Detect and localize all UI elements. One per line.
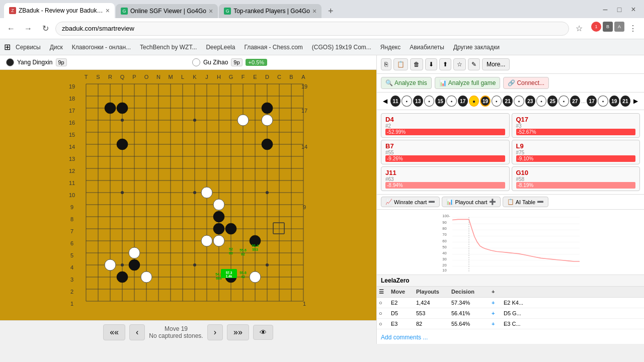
suggestion-b7[interactable]: B7 #55 -9.26% [381,140,510,164]
move-11[interactable]: 11 [390,96,400,107]
bookmark-techbench[interactable]: TechBench by WZT... [136,42,201,53]
tab-go4go[interactable]: G Online SGF Viewer | Go4Go × [116,4,218,18]
connect-button[interactable]: 🔗 Connect... [503,77,549,89]
move-19[interactable]: 19 [480,96,491,107]
last-move-button[interactable]: »» [227,324,249,340]
coord-label: Q [120,74,125,80]
tab-go4go-close[interactable]: × [209,7,213,15]
more-button[interactable]: ⋮ [626,22,640,36]
suggestion-d4[interactable]: D4 #2 -52.99% [381,113,510,138]
table-row-d5[interactable]: ○ D5 553 56.41% + D5 G... [377,308,644,319]
move-14[interactable]: ▪ [424,96,434,107]
move-17r[interactable]: 17 [587,96,597,107]
playout-chart-tab[interactable]: 📊 Playout chart ➕ [442,197,500,207]
move-12[interactable]: ▪ [401,96,412,107]
move-15[interactable]: 15 [435,96,445,107]
suggestion-g10[interactable]: G10 #58 -8.19% [512,166,640,191]
table-row-e2[interactable]: ○ E2 1,424 57.34% + E2 K4... [377,298,644,308]
close-button[interactable]: × [627,3,640,16]
bookmark-button[interactable]: ☆ [572,22,586,36]
back-button[interactable]: ← [4,22,18,36]
row-e3-check[interactable]: ○ [377,319,389,329]
winrate-chart-tab[interactable]: 📈 Winrate chart ➖ [381,197,440,207]
maximize-button[interactable]: □ [613,3,626,16]
more-tool-button[interactable]: More... [482,58,510,70]
aitab-collapse-btn[interactable]: ➖ [537,199,544,205]
analyze-icon: 🔍 [385,79,393,86]
move-24[interactable]: ▪ [536,96,546,107]
move-20[interactable]: ▪ [492,96,502,107]
row-e2-plus[interactable]: + [490,298,502,308]
copy-tool-button[interactable]: ⎘ [381,58,391,70]
suggestion-q17[interactable]: Q17 #3 -52.67% [512,113,640,138]
minimize-button[interactable]: – [599,3,612,16]
row-d5-check[interactable]: ○ [377,308,389,318]
row-d5-plus[interactable]: + [490,308,502,318]
row-e3-plus[interactable]: + [490,319,502,329]
move-label-1: 52 [229,247,233,251]
bookmark-servisy[interactable]: Сервисы [12,42,45,53]
svg-point-58 [129,259,140,270]
tab-zbaduk-close[interactable]: × [106,7,110,15]
suggestion-l9[interactable]: L9 #75 -9.10% [512,140,640,164]
bookmark-deepleela[interactable]: DeepLeela [202,42,239,53]
move-21r[interactable]: 21 [620,96,630,107]
forward-button[interactable]: → [21,22,35,36]
bookmark-klavogonki[interactable]: Клавогонки - онлан... [68,42,135,53]
tab-top-players[interactable]: G Top-ranked Players | Go4Go × [219,4,321,18]
suggestion-j11[interactable]: J11 #63 -8.94% [381,166,510,191]
apps-icon[interactable]: ⊞ [4,42,11,52]
black-player-info: Yang Dingxin 9p [6,58,184,66]
bookmark-other[interactable]: Другие закладки [449,42,504,53]
row-e2-check[interactable]: ○ [377,298,389,308]
move-21[interactable]: 21 [503,96,513,107]
ai-table-tab[interactable]: 📋 AI Table ➖ [503,197,549,207]
tab-zbaduk[interactable]: Z ZBaduk - Review your Baduk ga... × [4,3,115,18]
move-27[interactable]: 27 [570,96,580,107]
next-move-button[interactable]: › [207,324,223,340]
move-26[interactable]: ▪ [558,96,569,107]
bookmark-chess[interactable]: Главная - Chess.com [240,42,306,53]
add-comments[interactable]: Add comments ... [377,331,644,344]
analyze-this-button[interactable]: 🔍 Analyze this [381,77,432,89]
edit-tool-button[interactable]: ✎ [468,58,480,70]
move-23[interactable]: 23 [525,96,535,107]
ai-table-section: ☰ Move Playouts Decision + ○ E2 1,424 57… [377,287,644,344]
move-18r[interactable]: ▪ [598,96,608,107]
svg-point-46 [266,263,269,266]
move-13[interactable]: 13 [413,96,423,107]
download-tool-button[interactable]: ⬇ [425,58,437,70]
move-17[interactable]: 17 [458,96,468,107]
reload-button[interactable]: ↻ [38,22,52,36]
move-22[interactable]: ▪ [514,96,524,107]
coord-label: 3 [70,277,73,283]
new-tab-button[interactable]: + [324,4,338,18]
bookmark-cgos[interactable]: (CGOS) 19x19 Com... [308,42,375,53]
move-16[interactable]: ▪ [446,96,456,107]
row-e3-decision: 55.64% [449,319,490,329]
move-18[interactable]: ● [469,96,479,107]
extension-icon-2: A [614,22,624,32]
y-label-70: 70 [442,232,447,237]
seq-right-arrow[interactable]: ▶ [631,96,640,107]
bookmark-yandex[interactable]: Яндекс [376,42,405,53]
bookmark-disk[interactable]: Диск [46,42,67,53]
eye-button[interactable]: 👁 [253,325,273,340]
move-25[interactable]: 25 [547,96,557,107]
prev-move-button[interactable]: ‹ [129,324,145,340]
winrate-collapse-btn[interactable]: ➖ [428,199,435,205]
upload-tool-button[interactable]: ⬆ [439,58,451,70]
delete-tool-button[interactable]: 🗑 [410,58,423,70]
paste-tool-button[interactable]: 📋 [393,58,408,70]
seq-left-arrow[interactable]: ◀ [381,96,389,107]
move-19r[interactable]: 19 [609,96,619,107]
first-move-button[interactable]: «« [103,324,125,340]
tab-top-players-close[interactable]: × [312,7,316,15]
star-tool-button[interactable]: ☆ [453,58,466,70]
table-row-e3[interactable]: ○ E3 82 55.64% + E3 C... [377,319,644,329]
playout-collapse-btn[interactable]: ➕ [489,199,496,205]
go-board[interactable]: T S R Q P O N M L K J H G F E D C B A [65,72,311,318]
bookmark-avia[interactable]: Авиабилеты [406,42,448,53]
url-bar[interactable] [55,22,569,36]
analyze-full-game-button[interactable]: 📊 Analyze full game [435,77,501,89]
